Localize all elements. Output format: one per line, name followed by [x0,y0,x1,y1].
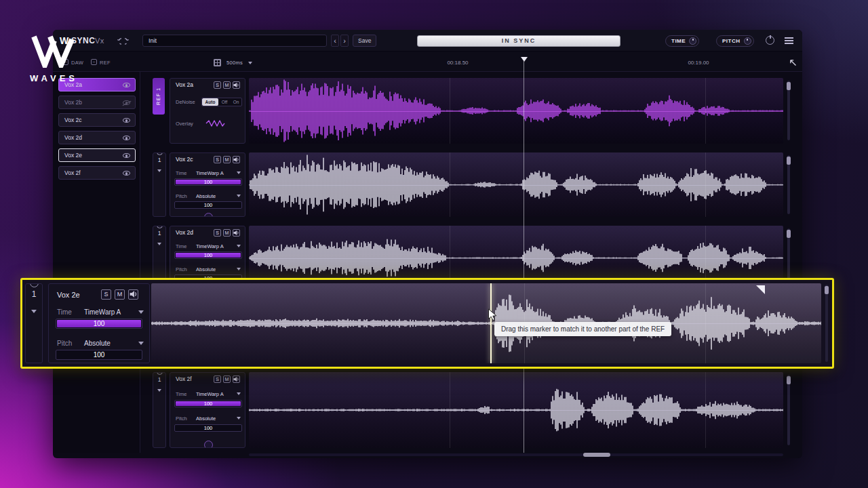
chevron-down-icon[interactable] [31,310,37,313]
sync-circle-button[interactable] [204,213,213,217]
ref-tab[interactable]: REF 1 [153,78,165,115]
save-button[interactable]: Save [353,35,376,47]
track-index-column: 1 [25,283,43,363]
time-mode-dropdown[interactable]: TimeWarp A [196,243,224,249]
chevron-down-icon[interactable] [237,171,241,174]
listen-button[interactable] [233,375,240,383]
denoise-option-on[interactable]: On [231,98,241,106]
waveform-vox-2f[interactable] [249,372,783,448]
visibility-eye-icon[interactable] [123,136,130,140]
preset-next-button[interactable]: › [340,35,349,47]
grid-resolution[interactable]: 500ms [226,60,243,66]
sidebar-item-vox-2b[interactable]: Vox 2b [58,96,136,109]
track-header-vox-2c: Vox 2c S M Time TimeWarp A 100 Pitch Abs… [170,152,245,217]
track-zoom-slider[interactable] [787,155,790,214]
time-amount-slider[interactable]: 100 [174,251,242,259]
track-power-button[interactable] [157,152,163,155]
pitch-amount-slider[interactable]: 100 [56,350,142,360]
time-mode-dropdown[interactable]: TimeWarp A [84,308,121,316]
grid-icon[interactable] [214,59,221,66]
mute-button[interactable]: M [223,229,231,237]
track-power-button[interactable] [157,226,163,228]
time-knob[interactable] [689,37,696,45]
waveform-vox-2c[interactable] [249,152,783,217]
chevron-down-icon[interactable] [237,195,241,197]
chevron-down-icon[interactable] [157,243,161,245]
chevron-down-icon[interactable] [237,245,241,247]
waveform-vox-2e[interactable] [151,283,821,363]
time-amount-slider[interactable]: 100 [174,178,242,186]
visibility-eye-icon[interactable] [123,118,130,123]
visibility-eye-icon[interactable] [123,100,130,105]
playhead-marker[interactable] [521,57,528,62]
undo-icon[interactable] [113,37,121,49]
ref-waveform[interactable] [249,78,783,144]
pitch-mode-dropdown[interactable]: Absolute [196,193,216,199]
preset-prev-button[interactable]: ‹ [331,35,339,47]
redo-icon[interactable] [125,37,134,49]
time-mode-dropdown[interactable]: TimeWarp A [196,170,224,176]
track-power-button[interactable] [30,283,39,287]
listen-button[interactable] [233,229,240,237]
sidebar-item-vox-2c[interactable]: Vox 2c [58,113,136,127]
horizontal-scrollbar[interactable] [249,453,783,456]
power-button[interactable] [766,36,774,45]
chevron-down-icon[interactable] [157,169,161,172]
preset-field[interactable]: Init [142,35,327,47]
time-amount-slider[interactable]: 100 [56,319,142,329]
pitch-knob[interactable] [744,37,751,45]
marker-flag-icon[interactable] [756,285,765,294]
sidebar-item-vox-2e[interactable]: Vox 2e [58,148,136,162]
solo-button[interactable]: S [214,375,221,383]
time-mode-dropdown[interactable]: TimeWarp A [196,391,224,397]
solo-button[interactable]: S [214,156,221,163]
pitch-mode-dropdown[interactable]: Absolute [196,266,216,272]
visibility-eye-icon[interactable] [123,171,130,176]
track-zoom-slider[interactable] [825,285,828,362]
tab-ref[interactable]: REF [100,60,111,66]
warp-index: 1 [153,376,165,383]
sidebar-item-vox-2f[interactable]: Vox 2f [58,166,136,180]
time-amount-slider[interactable]: 100 [174,400,242,407]
sidebar-item-vox-2d[interactable]: Vox 2d [58,131,136,144]
pitch-toggle[interactable]: PITCH [716,35,754,47]
mute-button[interactable]: M [115,289,125,300]
overlay-waveform-icon[interactable] [205,118,226,130]
denoise-segmented-control[interactable]: Auto Off On [201,98,242,106]
sync-circle-button[interactable] [204,441,213,448]
denoise-option-auto[interactable]: Auto [202,98,218,106]
solo-button[interactable]: S [214,229,221,237]
mute-button[interactable]: M [223,375,231,383]
pitch-amount-slider[interactable]: 100 [174,424,242,432]
visibility-eye-icon[interactable] [123,83,130,87]
track-index-column: 1 [153,152,166,217]
scrollbar-handle[interactable] [583,453,610,457]
pointer-tool-icon[interactable] [789,57,797,69]
chevron-down-icon[interactable] [237,268,241,270]
listen-button[interactable] [233,156,240,163]
track-header-vox-2e: Vox 2e S M Time TimeWarp A 100 Pitch Abs… [48,283,150,363]
pitch-mode-dropdown[interactable]: Absolute [196,415,216,422]
track-zoom-slider[interactable] [787,81,790,140]
visibility-eye-icon[interactable] [123,153,130,158]
chevron-down-icon[interactable] [237,392,241,395]
pitch-amount-slider[interactable]: 100 [174,201,242,209]
pitch-label: Pitch [176,193,187,199]
chevron-down-icon[interactable] [138,342,144,345]
listen-button[interactable] [128,289,138,300]
mute-button[interactable]: M [223,156,231,163]
time-toggle[interactable]: TIME [665,35,699,47]
solo-button[interactable]: S [214,81,221,89]
denoise-option-off[interactable]: Off [218,98,231,106]
mute-button[interactable]: M [223,81,231,89]
pitch-mode-dropdown[interactable]: Absolute [84,340,111,347]
chevron-down-icon[interactable] [138,310,144,314]
track-zoom-slider[interactable] [787,375,790,445]
solo-button[interactable]: S [101,289,111,300]
listen-button[interactable] [233,81,240,89]
track-power-button[interactable] [157,372,163,375]
chevron-down-icon[interactable] [157,389,161,392]
menu-icon[interactable] [785,37,793,39]
playhead[interactable] [524,61,524,453]
chevron-down-icon[interactable] [237,417,241,420]
